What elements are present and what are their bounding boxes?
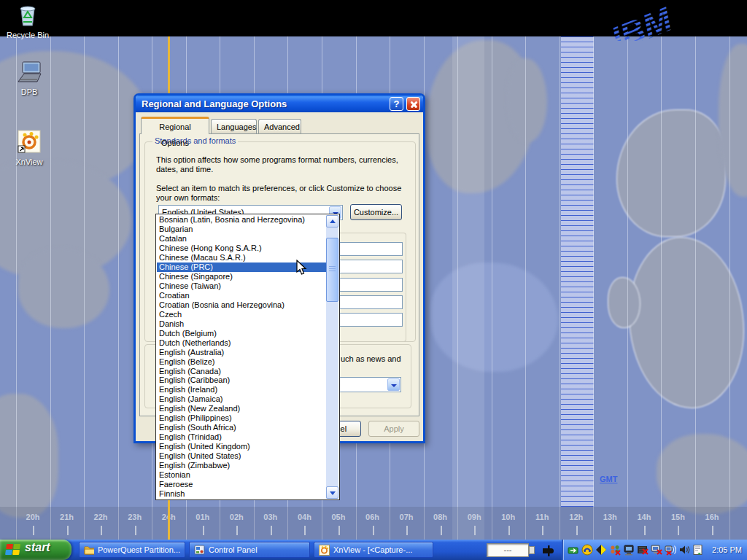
desktop-icon-label: XnView: [3, 158, 55, 166]
language-option[interactable]: Croatian: [157, 291, 326, 300]
meridian-line: [16, 36, 17, 540]
taskbar-item-powerquest[interactable]: PowerQuest Partition...: [79, 542, 185, 558]
sea-patch: [430, 262, 558, 372]
language-option[interactable]: English (United Kingdom): [157, 442, 326, 451]
wireless-off-icon[interactable]: [665, 544, 676, 556]
language-option[interactable]: Faeroese: [157, 480, 326, 489]
language-option[interactable]: English (Belize): [157, 357, 326, 367]
standards-instruction: Select an item to match its preferences,…: [156, 184, 416, 203]
meridian-line: [729, 36, 730, 540]
users-offline-icon[interactable]: [609, 544, 621, 556]
timezone-label: 04h: [290, 513, 319, 521]
language-option[interactable]: English (Jamaica): [157, 394, 326, 404]
drive-disconnected-icon[interactable]: [637, 544, 649, 556]
timezone-tick: [203, 526, 204, 535]
presentation-director-icon[interactable]: [692, 544, 704, 556]
modem-icon[interactable]: [581, 544, 593, 556]
timezone-tick: [373, 526, 374, 535]
language-option[interactable]: Finnish: [157, 489, 326, 499]
tray-clock[interactable]: 2:05 PM: [712, 540, 742, 560]
continent-shape: [18, 248, 109, 328]
ibm-logo-text: IBM: [605, 0, 678, 41]
language-list[interactable]: Bosnian (Latin, Bosnia and Herzegovina)B…: [155, 214, 340, 500]
timezone-label: 09h: [460, 513, 489, 521]
desktop-icon-xnview[interactable]: XnView: [3, 128, 55, 166]
taskbar-item-control-panel[interactable]: Control Panel: [189, 542, 310, 558]
language-option[interactable]: Croatian (Bosnia and Herzegovina): [157, 300, 326, 310]
tab-regional-options[interactable]: Regional Options: [141, 117, 209, 134]
battery-gauge-icon[interactable]: [595, 544, 607, 556]
battery-meter-tip: [529, 546, 535, 554]
timezone-label: 08h: [426, 513, 455, 521]
continent-shape: [616, 109, 726, 237]
language-option[interactable]: English (United States): [157, 451, 326, 461]
recycle-bin-icon-group[interactable]: Recycle Bin: [1, 2, 54, 39]
safely-remove-hardware-icon[interactable]: [568, 544, 579, 556]
language-option[interactable]: Dutch (Belgium): [157, 329, 326, 338]
language-option[interactable]: Czech: [157, 310, 326, 319]
volume-icon[interactable]: [678, 544, 690, 556]
language-option[interactable]: Chinese (Taiwan): [157, 281, 326, 291]
timezone-tick: [236, 526, 238, 535]
language-option[interactable]: Chinese (Hong Kong S.A.R.): [157, 244, 326, 253]
meridian-line: [525, 36, 526, 540]
timezone-label: 13h: [595, 513, 624, 521]
scrollbar[interactable]: [326, 215, 338, 499]
customize-button[interactable]: Customize...: [350, 204, 402, 220]
timezone-label: 01h: [188, 513, 217, 521]
timezone-tick: [474, 526, 476, 535]
language-option[interactable]: English (Ireland): [157, 385, 326, 394]
gmt-label: GMT: [600, 475, 617, 483]
desktop-icon-dpb[interactable]: DPB: [3, 61, 55, 96]
language-option[interactable]: English (Philippines): [157, 413, 326, 423]
combobox-dropdown-button[interactable]: [387, 378, 400, 391]
meridian-line: [84, 36, 85, 540]
language-option[interactable]: Bulgarian: [157, 225, 326, 234]
language-option[interactable]: English (New Zealand): [157, 404, 326, 413]
scrollbar-up-button[interactable]: [326, 215, 338, 228]
timezone-tick: [441, 526, 442, 535]
taskbar-item-label: XnView - [<Capture-...: [333, 545, 412, 554]
scrollbar-down-button[interactable]: [326, 486, 338, 499]
timezone-tick: [33, 526, 34, 535]
language-option[interactable]: English (Canada): [157, 367, 326, 376]
tray-icons: [568, 544, 704, 556]
language-option[interactable]: Dutch (Netherlands): [157, 338, 326, 348]
tab-languages[interactable]: Languages: [211, 119, 257, 134]
timezone-label: 20h: [18, 513, 47, 521]
language-option[interactable]: Catalan: [157, 234, 326, 244]
arrow-up-icon: [330, 219, 336, 223]
taskbar-item-label: Control Panel: [209, 545, 258, 554]
taskbar-item-xnview[interactable]: XnView - [<Capture-...: [314, 542, 433, 558]
language-option[interactable]: English (Zimbabwe): [157, 461, 326, 470]
language-option[interactable]: Estonian: [157, 470, 326, 480]
timezone-tick: [135, 526, 136, 535]
language-option[interactable]: Bosnian (Latin, Bosnia and Herzegovina): [157, 215, 326, 225]
meridian-line: [118, 36, 119, 540]
timezone-label: 14h: [630, 513, 659, 521]
timezone-label: 02h: [222, 513, 251, 521]
timezone-tick: [712, 526, 713, 535]
computer-offline-icon[interactable]: [651, 544, 662, 556]
recycle-bin-label: Recycle Bin: [1, 31, 54, 39]
language-option[interactable]: Danish: [157, 319, 326, 329]
start-button-label: start: [25, 541, 50, 554]
timezone-label: 16h: [697, 513, 727, 521]
start-button[interactable]: start: [0, 540, 71, 560]
folder-icon: [84, 545, 94, 555]
help-button[interactable]: ?: [390, 97, 403, 111]
desktop-icon-label: DPB: [3, 88, 55, 96]
language-option[interactable]: English (Trinidad): [157, 432, 326, 442]
dialog-titlebar[interactable]: Regional and Language Options ?: [136, 96, 423, 112]
apply-button[interactable]: Apply: [368, 421, 419, 437]
mouse-cursor: [296, 260, 308, 276]
close-button[interactable]: [406, 97, 420, 111]
scrollbar-thumb[interactable]: [326, 238, 338, 302]
timezone-tick: [271, 526, 272, 535]
language-option[interactable]: English (Australia): [157, 348, 326, 357]
language-option[interactable]: English (Caribbean): [157, 376, 326, 385]
language-option[interactable]: English (South Africa): [157, 423, 326, 432]
tab-advanced[interactable]: Advanced: [258, 119, 301, 134]
gmt-meridian-band: [561, 36, 594, 507]
network-monitor-icon[interactable]: [623, 544, 635, 556]
